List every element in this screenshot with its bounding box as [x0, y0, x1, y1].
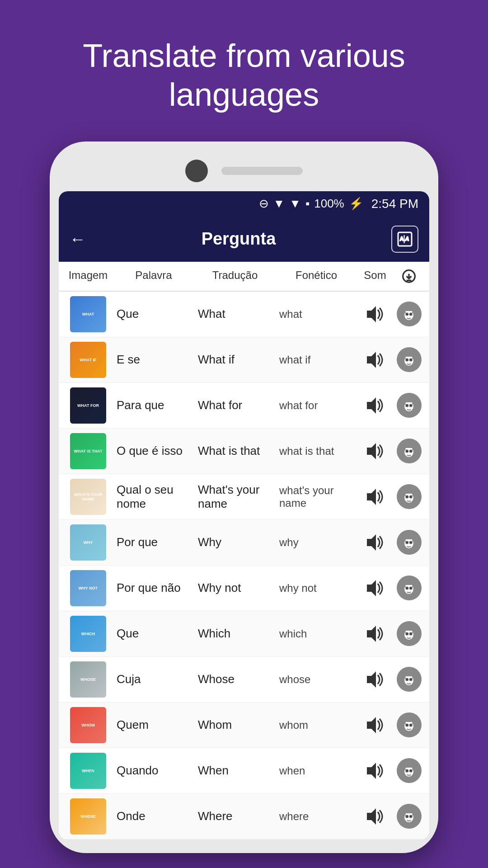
- owl-button-1[interactable]: [397, 347, 422, 372]
- table-row: WHOSE Cuja Whose whose: [59, 657, 429, 703]
- cell-action-8[interactable]: [393, 667, 425, 692]
- cell-palavra-1: E se: [113, 353, 194, 367]
- cell-fonetico-9: whom: [276, 719, 357, 731]
- cell-action-2[interactable]: [393, 393, 425, 418]
- header-translation: Tradução: [194, 269, 276, 283]
- cell-sound-8[interactable]: [357, 671, 393, 688]
- back-button[interactable]: ←: [70, 230, 86, 249]
- svg-marker-13: [367, 352, 376, 368]
- svg-marker-31: [367, 489, 376, 505]
- svg-point-48: [410, 587, 412, 589]
- word-image-5: WHY: [70, 524, 106, 561]
- cell-fonetico-1: what if: [276, 354, 357, 366]
- cell-sound-9[interactable]: [357, 717, 393, 733]
- cell-action-0[interactable]: [393, 302, 425, 326]
- svg-point-18: [410, 359, 412, 360]
- table-row: WHAT IS THAT O que é isso What is that w…: [59, 429, 429, 474]
- svg-point-23: [406, 405, 408, 406]
- svg-point-78: [410, 816, 412, 817]
- cell-sound-0[interactable]: [357, 306, 393, 322]
- cell-sound-10[interactable]: [357, 763, 393, 779]
- word-image-2: WHAT FOR: [70, 387, 106, 424]
- owl-button-8[interactable]: [397, 667, 422, 692]
- cell-palavra-10: Quando: [113, 764, 194, 778]
- wifi-icon: ▼: [289, 197, 301, 211]
- cell-action-4[interactable]: [393, 484, 425, 509]
- cell-action-7[interactable]: [393, 621, 425, 646]
- svg-point-60: [410, 679, 412, 680]
- download-all-button[interactable]: [393, 269, 425, 283]
- owl-button-6[interactable]: [397, 576, 422, 600]
- owl-button-11[interactable]: [397, 804, 422, 829]
- cell-sound-3[interactable]: [357, 443, 393, 459]
- svg-text:A: A: [405, 236, 409, 241]
- table-row: WHAT FOR Para que What for what for: [59, 383, 429, 429]
- owl-button-7[interactable]: [397, 621, 422, 646]
- cell-fonetico-4: what's your name: [276, 484, 357, 509]
- table-row: WHY NOT Por que não Why not why not: [59, 566, 429, 611]
- cell-traducao-11: Where: [194, 809, 276, 823]
- cell-action-1[interactable]: [393, 347, 425, 372]
- cell-image-10: WHEN: [63, 753, 113, 789]
- word-image-8: WHOSE: [70, 661, 106, 698]
- cell-palavra-6: Por que não: [113, 581, 194, 595]
- cell-action-10[interactable]: [393, 758, 425, 783]
- cell-traducao-9: Whom: [194, 718, 276, 732]
- cell-sound-5[interactable]: [357, 534, 393, 551]
- table-header: Imagem Palavra Tradução Fonético Som: [59, 262, 429, 292]
- phone-screen: ⊖ ▼ ▼ ▪ 100% ⚡ 2:54 PM ← Pergunta A A: [59, 191, 429, 840]
- svg-point-30: [410, 450, 412, 452]
- svg-text:A: A: [400, 236, 404, 241]
- cell-action-5[interactable]: [393, 530, 425, 555]
- cell-palavra-9: Quem: [113, 718, 194, 732]
- cell-sound-6[interactable]: [357, 580, 393, 596]
- word-image-10: WHEN: [70, 753, 106, 789]
- owl-button-9[interactable]: [397, 712, 422, 737]
- svg-marker-67: [367, 763, 376, 779]
- svg-point-54: [410, 633, 412, 634]
- owl-button-10[interactable]: [397, 758, 422, 783]
- screen-title: Pergunta: [99, 229, 378, 249]
- cell-action-6[interactable]: [393, 576, 425, 600]
- cell-action-9[interactable]: [393, 712, 425, 737]
- status-icons: ⊖ ▼ ▼ ▪ 100% ⚡ 2:54 PM: [259, 197, 418, 211]
- cell-fonetico-2: what for: [276, 399, 357, 412]
- cell-action-11[interactable]: [393, 804, 425, 829]
- vocabulary-table: WHAT Que What what: [59, 292, 429, 840]
- svg-point-24: [410, 405, 412, 406]
- cell-sound-1[interactable]: [357, 352, 393, 368]
- owl-button-3[interactable]: [397, 439, 422, 463]
- battery-icon: ⚡: [349, 197, 363, 211]
- svg-point-35: [406, 496, 408, 497]
- mute-icon: ⊖: [259, 197, 269, 211]
- svg-point-47: [406, 587, 408, 589]
- table-row: WHOM Quem Whom whom: [59, 703, 429, 748]
- cell-sound-2[interactable]: [357, 397, 393, 414]
- svg-point-42: [410, 542, 412, 543]
- cell-fonetico-10: when: [276, 764, 357, 777]
- svg-marker-7: [367, 306, 376, 322]
- word-image-7: WHICH: [70, 616, 106, 652]
- cell-action-3[interactable]: [393, 439, 425, 463]
- owl-button-2[interactable]: [397, 393, 422, 418]
- word-image-11: WHERE: [70, 798, 106, 835]
- cell-traducao-1: What if: [194, 353, 276, 367]
- sim-icon: ▪: [305, 197, 310, 211]
- svg-point-11: [406, 313, 408, 315]
- battery-percent: 100%: [314, 197, 344, 211]
- cell-image-4: WHAT'S YOUR NAME: [63, 479, 113, 515]
- owl-button-4[interactable]: [397, 484, 422, 509]
- cell-fonetico-5: why: [276, 536, 357, 549]
- owl-button-5[interactable]: [397, 530, 422, 555]
- owl-button-0[interactable]: [397, 302, 422, 326]
- svg-point-12: [410, 313, 412, 315]
- cell-sound-11[interactable]: [357, 808, 393, 825]
- svg-point-36: [410, 496, 412, 497]
- cell-sound-4[interactable]: [357, 489, 393, 505]
- word-image-3: WHAT IS THAT: [70, 433, 106, 469]
- translate-icon-button[interactable]: A A: [391, 226, 418, 253]
- svg-marker-49: [367, 626, 376, 642]
- cell-sound-7[interactable]: [357, 626, 393, 642]
- cell-traducao-6: Why not: [194, 581, 276, 595]
- cell-image-9: WHOM: [63, 707, 113, 743]
